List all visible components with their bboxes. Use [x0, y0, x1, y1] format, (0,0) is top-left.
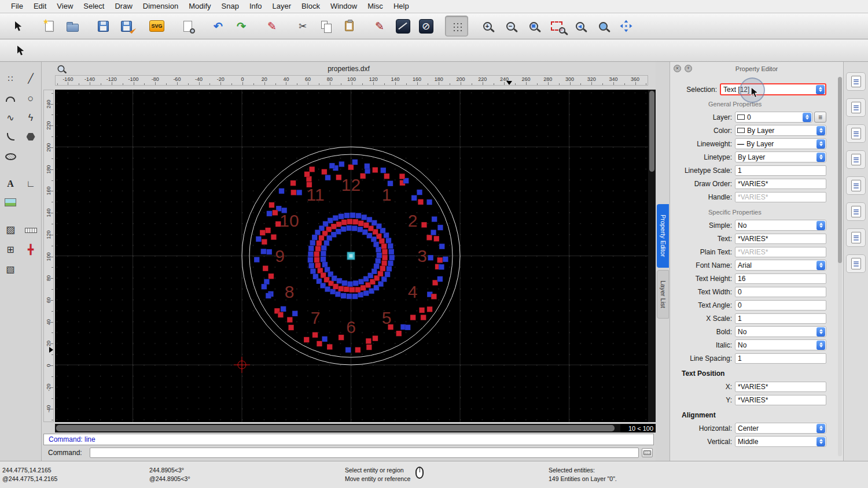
menu-select[interactable]: Select — [78, 0, 109, 13]
zoom-auto-button[interactable]: ▣ — [522, 16, 545, 36]
text-angle-field[interactable]: 0 — [735, 300, 826, 310]
tool-hatch-button[interactable]: ▨ — [1, 221, 20, 239]
tool-snap-button[interactable]: ╋ — [21, 241, 40, 258]
menu-info[interactable]: Info — [244, 0, 267, 13]
tool-measure-button[interactable] — [21, 221, 40, 239]
v-scroll-thumb[interactable] — [649, 91, 654, 172]
entity-info-panel-button[interactable] — [846, 72, 866, 91]
bold-select[interactable]: No — [735, 326, 826, 337]
tool-freehand-button[interactable]: ∿ — [1, 109, 20, 127]
font-name-select[interactable]: Arial — [735, 260, 826, 271]
menu-help[interactable]: Help — [388, 0, 414, 13]
layer-settings-button[interactable]: ≡ — [814, 112, 826, 123]
open-document-button[interactable] — [61, 16, 84, 36]
horizontal-scrollbar[interactable] — [55, 424, 620, 432]
undo-button[interactable]: ↶ — [207, 16, 230, 36]
panel-float-button[interactable]: + — [685, 65, 692, 72]
tool-spline-button[interactable]: ϟ — [21, 109, 40, 127]
select-tool-button[interactable] — [7, 16, 30, 36]
panel-scroll-thumb[interactable] — [838, 77, 842, 263]
cad-drawing[interactable]: 121234567891011 — [55, 90, 648, 422]
pen-attributes-button[interactable]: ✎ — [368, 16, 391, 36]
tool-text-button[interactable]: A — [1, 175, 20, 193]
export-svg-button[interactable]: SVG — [145, 16, 168, 36]
zoom-out-button[interactable]: − — [499, 16, 522, 36]
paste-button[interactable] — [337, 16, 361, 36]
tab-property-editor[interactable]: Property Editor — [657, 204, 669, 268]
tool-line-button[interactable]: ╱ — [21, 70, 40, 87]
tool-dimension-button[interactable]: ∟ — [21, 175, 40, 193]
tab-layer-list[interactable]: Layer List — [657, 270, 669, 319]
menu-file[interactable]: File — [6, 0, 28, 13]
zoom-in-button[interactable]: + — [476, 16, 499, 36]
print-preview-button[interactable] — [176, 16, 199, 36]
text-field[interactable]: *VARIES* — [735, 234, 826, 244]
line-spacing-field[interactable]: 1 — [735, 353, 826, 364]
drawing-area[interactable]: 121234567891011 — [55, 90, 648, 422]
clipboard-panel-button[interactable] — [846, 254, 866, 273]
property-editor-panel-button[interactable] — [846, 150, 866, 169]
delete-entities-button[interactable]: ✎ — [260, 16, 284, 36]
x-scale-field[interactable]: 1 — [735, 313, 826, 324]
line-attributes-button[interactable] — [391, 16, 414, 36]
menu-layer[interactable]: Layer — [267, 0, 297, 13]
block-list-panel-button[interactable] — [846, 98, 866, 117]
menu-snap[interactable]: Snap — [216, 0, 244, 13]
zoom-window-button[interactable] — [545, 16, 568, 36]
copy-button[interactable] — [314, 16, 337, 36]
menu-misc[interactable]: Misc — [362, 0, 388, 13]
vertical-scrollbar[interactable] — [648, 90, 656, 422]
current-tool-select-button[interactable] — [9, 40, 32, 61]
zoom-selected-button[interactable] — [591, 16, 615, 36]
panel-scrollbar[interactable] — [838, 77, 842, 456]
tool-polygon-button[interactable] — [21, 129, 40, 146]
menu-dimension[interactable]: Dimension — [138, 0, 183, 13]
text-width-field[interactable]: 0 — [735, 287, 826, 297]
horizontal-select[interactable]: Center — [735, 423, 826, 434]
command-line-panel-button[interactable] — [846, 228, 866, 247]
keyboard-focus-button[interactable] — [642, 448, 653, 457]
command-input[interactable] — [90, 448, 639, 458]
shape-attributes-button[interactable]: ⊘ — [414, 16, 437, 36]
new-document-button[interactable] — [38, 16, 61, 36]
lineweight-select[interactable]: —By Layer — [735, 138, 826, 149]
tool-blocks-button[interactable]: ⊞ — [1, 241, 20, 258]
menu-block[interactable]: Block — [296, 0, 325, 13]
panel-close-button[interactable]: × — [674, 65, 681, 72]
menu-view[interactable]: View — [52, 0, 78, 13]
color-select[interactable]: By Layer — [735, 125, 826, 136]
tool-fillet-button[interactable] — [1, 129, 20, 146]
grid-toggle-button[interactable] — [445, 16, 468, 36]
menu-modify[interactable]: Modify — [183, 0, 216, 13]
zoom-previous-button[interactable]: ◂ — [568, 16, 591, 36]
save-as-button[interactable] — [115, 16, 138, 36]
linetype-scale-field[interactable]: 1 — [735, 165, 826, 176]
italic-select[interactable]: No — [735, 339, 826, 350]
position-x-field[interactable]: *VARIES* — [735, 382, 826, 392]
cut-button[interactable]: ✂ — [291, 16, 314, 36]
save-document-button[interactable] — [91, 16, 115, 36]
draw-order-field[interactable]: *VARIES* — [735, 179, 826, 189]
simple-select[interactable]: No — [735, 220, 826, 231]
tool-arc-button[interactable] — [1, 90, 20, 107]
library-browser-panel-button[interactable] — [846, 124, 866, 143]
tool-solid-button[interactable]: ▧ — [1, 261, 20, 278]
selection-select[interactable]: Text [12] — [720, 83, 826, 95]
text-height-field[interactable]: 16 — [735, 273, 826, 284]
menu-draw[interactable]: Draw — [109, 0, 137, 13]
menu-window[interactable]: Window — [325, 0, 362, 13]
tool-points-button[interactable]: ∷ — [1, 70, 20, 87]
position-y-field[interactable]: *VARIES* — [735, 395, 826, 405]
vertical-select[interactable]: Middle — [735, 436, 826, 447]
tool-ellipse-button[interactable] — [1, 149, 20, 166]
tool-circle-button[interactable]: ○ — [21, 90, 40, 107]
tool-image-button[interactable] — [1, 195, 20, 212]
redo-button[interactable]: ↷ — [230, 16, 253, 36]
layer-select[interactable]: 0 — [735, 112, 812, 123]
linetype-select[interactable]: By Layer — [735, 151, 826, 162]
h-scroll-thumb[interactable] — [56, 425, 615, 431]
menu-edit[interactable]: Edit — [28, 0, 52, 13]
zoom-pan-button[interactable] — [615, 16, 638, 36]
selection-filter-panel-button[interactable] — [846, 176, 866, 195]
layer-list-panel-button[interactable] — [846, 202, 866, 221]
